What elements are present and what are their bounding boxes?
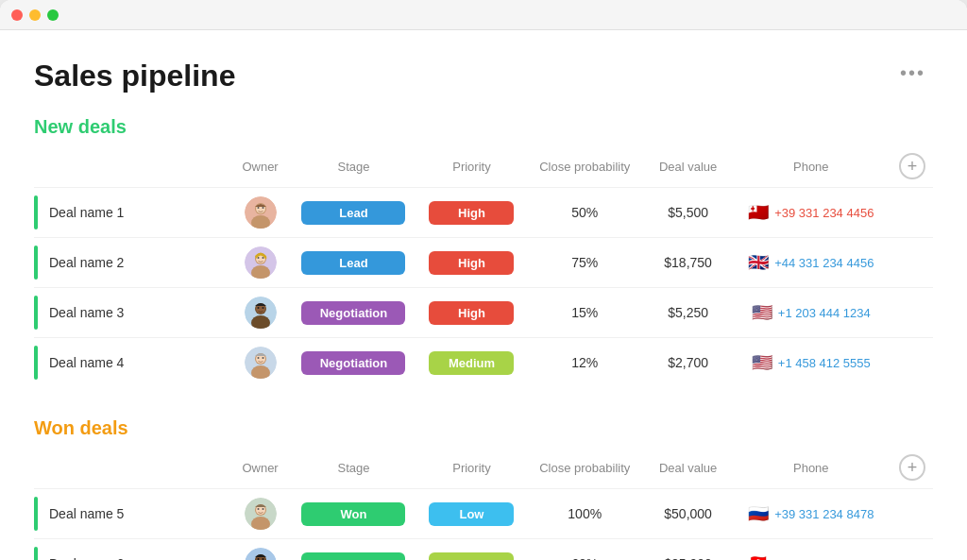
priority-cell: Medium (417, 539, 526, 561)
flag-icon: 🇬🇧 (748, 252, 769, 273)
priority-cell: Medium (417, 338, 526, 388)
priority-cell: High (417, 188, 526, 238)
phone-number: +44 331 234 4456 (774, 256, 874, 270)
phone-cell: 🇺🇸 +1 458 412 5555 (732, 338, 890, 388)
row-spacer (890, 489, 933, 539)
maximize-dot[interactable] (47, 9, 59, 21)
svg-point-22 (262, 357, 263, 359)
deal-value-cell: $5,500 (644, 188, 733, 238)
stage-cell: Won (290, 489, 417, 539)
close-dot[interactable] (11, 9, 23, 21)
priority-badge: Medium (429, 552, 514, 561)
minimize-dot[interactable] (29, 9, 41, 21)
owner-cell (230, 238, 289, 288)
svg-point-16 (262, 307, 263, 309)
won-deals-header-row-table: Owner Stage Priority Close probability D… (34, 450, 933, 489)
deal-name-cell: Deal name 6 (34, 539, 230, 561)
flag-icon: 🇷🇺 (748, 503, 769, 524)
col-phone: Phone (732, 149, 890, 188)
deal-value-cell: $50,000 (644, 489, 733, 539)
table-row: Deal name 6 Won Medium 60% $25,900 🇨🇭 (34, 539, 933, 561)
deal-value-cell: $5,250 (644, 288, 733, 338)
new-deals-tbody: Deal name 1 Lead High 50% $5,500 🇹🇴 (34, 188, 933, 388)
won-deals-header-row: Won deals (34, 417, 933, 450)
table-row: Deal name 3 Negotiation High 15% $5,250 … (34, 288, 933, 338)
new-deals-section: New deals Owner Stage Priority Close pro… (34, 116, 933, 387)
col-stage: Stage (290, 149, 417, 188)
deal-value-cell: $2,700 (644, 338, 733, 388)
title-bar (0, 0, 967, 30)
green-bar (34, 346, 38, 380)
probability-cell: 60% (526, 539, 644, 561)
probability-cell: 12% (526, 338, 644, 388)
new-deals-header-row-table: Owner Stage Priority Close probability D… (34, 149, 933, 188)
col-value-won: Deal value (644, 450, 733, 489)
stage-badge: Lead (301, 251, 405, 275)
row-spacer (890, 188, 933, 238)
col-priority: Priority (417, 149, 526, 188)
deal-name: Deal name 1 (49, 205, 124, 220)
stage-cell: Lead (290, 188, 417, 238)
col-owner-won: Owner (230, 450, 289, 489)
col-prob: Close probability (526, 149, 644, 188)
green-bar (34, 547, 38, 560)
col-phone-won: Phone (732, 450, 890, 489)
deal-name-cell: Deal name 2 (34, 238, 230, 288)
stage-badge: Negotiation (301, 351, 405, 375)
won-deals-table: Owner Stage Priority Close probability D… (34, 450, 933, 560)
col-owner: Owner (230, 149, 289, 188)
phone-cell: 🇨🇭 +44 331 234 4456 (732, 539, 890, 561)
probability-cell: 50% (526, 188, 644, 238)
svg-point-21 (257, 357, 259, 359)
priority-cell: Low (417, 489, 526, 539)
add-new-deal-button[interactable]: + (899, 153, 925, 179)
svg-point-15 (257, 307, 259, 309)
green-bar (34, 296, 38, 330)
deal-name-cell: Deal name 5 (34, 489, 230, 539)
deal-name: Deal name 4 (49, 355, 124, 370)
priority-badge: High (429, 301, 514, 325)
page-header: Sales pipeline ••• (34, 59, 933, 93)
phone-cell: 🇹🇴 +39 331 234 4456 (732, 188, 890, 238)
owner-cell (230, 338, 289, 388)
app-window: Sales pipeline ••• New deals Owner Stage… (0, 0, 967, 560)
col-add-won: + (890, 450, 933, 489)
avatar (245, 196, 277, 229)
col-value: Deal value (644, 149, 733, 188)
stage-cell: Negotiation (290, 338, 417, 388)
priority-badge: High (429, 251, 514, 275)
avatar (245, 246, 277, 279)
table-row: Deal name 2 Lead High 75% $18,750 🇬🇧 (34, 238, 933, 288)
col-prob-won: Close probability (526, 450, 644, 489)
deal-name-cell: Deal name 1 (34, 188, 230, 238)
row-spacer (890, 288, 933, 338)
add-won-deal-button[interactable]: + (899, 454, 925, 481)
new-deals-header-row: New deals (34, 116, 933, 149)
priority-badge: High (429, 201, 514, 225)
won-deals-title: Won deals (34, 417, 128, 439)
won-deals-tbody: Deal name 5 Won Low 100% $50,000 🇷🇺 (34, 489, 933, 561)
row-spacer (890, 338, 933, 388)
svg-point-28 (262, 508, 263, 510)
won-deals-section: Won deals Owner Stage Priority Close pro… (34, 417, 933, 560)
avatar (245, 297, 277, 329)
phone-number: +39 331 234 4456 (774, 206, 874, 220)
svg-point-27 (257, 508, 259, 510)
phone-number: +39 331 234 8478 (774, 507, 874, 521)
flag-icon: 🇺🇸 (752, 302, 772, 323)
row-spacer (890, 539, 933, 561)
main-content: Sales pipeline ••• New deals Owner Stage… (0, 30, 967, 560)
stage-cell: Lead (290, 238, 417, 288)
probability-cell: 15% (526, 288, 644, 338)
probability-cell: 75% (526, 238, 644, 288)
probability-cell: 100% (526, 489, 644, 539)
deal-value-cell: $18,750 (644, 238, 733, 288)
deal-name: Deal name 6 (49, 556, 124, 560)
col-priority-won: Priority (417, 450, 526, 489)
stage-badge: Negotiation (301, 301, 405, 325)
phone-cell: 🇷🇺 +39 331 234 8478 (732, 489, 890, 539)
phone-number: +1 458 412 5555 (778, 356, 871, 370)
more-button[interactable]: ••• (892, 59, 933, 88)
table-row: Deal name 1 Lead High 50% $5,500 🇹🇴 (34, 188, 933, 238)
avatar (245, 548, 277, 560)
